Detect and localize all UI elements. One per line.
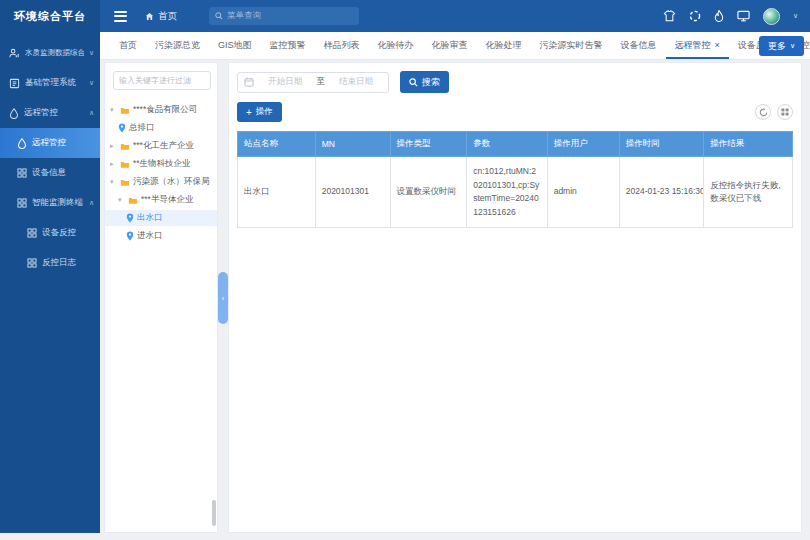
close-tab-icon[interactable]: × — [715, 40, 720, 50]
refresh-icon — [759, 108, 768, 117]
calendar-icon — [244, 77, 254, 87]
tab-home[interactable]: 首页 — [110, 32, 146, 59]
sidebar-item-device-info[interactable]: 设备信息 — [0, 158, 100, 188]
tab-sample-list[interactable]: 样品列表 — [315, 32, 369, 59]
tree-node-semiconductor[interactable]: ▾ ***半导体企业 — [105, 192, 217, 208]
tab-lab-process[interactable]: 化验处理 — [477, 32, 531, 59]
folder-icon — [120, 160, 130, 169]
search-icon — [215, 12, 223, 20]
home-shortcut[interactable]: 首页 — [145, 10, 177, 23]
app-logo: 环境综合平台 — [0, 0, 100, 32]
tab-realtime-alarm[interactable]: 污染源实时告警 — [531, 32, 612, 59]
tree-node-inflow[interactable]: 进水口 — [105, 228, 217, 244]
column-settings-button[interactable] — [777, 104, 793, 120]
column-settings-icon — [781, 108, 789, 116]
tab-lab-review[interactable]: 化验审查 — [423, 32, 477, 59]
flame-icon[interactable] — [714, 10, 724, 22]
sidebar-item-remote-control-group[interactable]: 远程管控 ∧ — [0, 98, 100, 128]
menu-search-input[interactable]: 菜单查询 — [209, 7, 359, 25]
system-icon — [9, 78, 20, 89]
main-content-panel: 开始日期 至 结束日期 搜索 + 操作 — [228, 62, 802, 533]
tree-node-company[interactable]: ▾ ****食品有限公司 — [105, 102, 217, 118]
sidebar-item-label: 远程管控 — [24, 107, 84, 119]
tree-node-label: ***半导体企业 — [141, 194, 193, 206]
tree-node-label: **生物科技企业 — [133, 158, 191, 170]
cell-site-name: 出水口 — [238, 157, 316, 228]
user-menu-chevron-icon[interactable]: ∨ — [793, 12, 798, 20]
sidebar-item-water-analysis[interactable]: 水质监测数据综合分析 ∨ — [0, 38, 100, 68]
sidebar-item-label: 远程管控 — [32, 137, 94, 149]
tab-bar: 首页 污染源总览 GIS地图 监控预警 样品列表 化验待办 化验审查 化验处理 … — [100, 32, 810, 60]
collapse-left-icon: ‹ — [222, 294, 225, 303]
monitor-icon[interactable] — [737, 10, 750, 22]
col-operation-type: 操作类型 — [390, 132, 467, 157]
end-date-input[interactable]: 结束日期 — [330, 76, 382, 88]
operate-button[interactable]: + 操作 — [237, 102, 282, 122]
date-range-picker[interactable]: 开始日期 至 结束日期 — [237, 72, 389, 93]
search-button[interactable]: 搜索 — [400, 71, 449, 93]
sidebar-item-smart-terminal[interactable]: 智能监测终端 ∧ — [0, 188, 100, 218]
folder-icon — [120, 106, 130, 115]
more-tabs-button[interactable]: 更多 ∨ — [759, 36, 804, 56]
tab-device-info[interactable]: 设备信息 — [612, 32, 666, 59]
sidebar-item-remote-control[interactable]: 远程管控 — [0, 128, 100, 158]
table-row[interactable]: 出水口 2020101301 设置数采仪时间 cn:1012,rtuMN:202… — [238, 157, 793, 228]
sidebar-item-base-system[interactable]: 基础管理系统 ∨ — [0, 68, 100, 98]
app-window: 环境综合平台 首页 菜单查询 ∨ 水质监测数据综合分析 ∨ 基础管理系统 — [0, 0, 810, 540]
user-avatar[interactable] — [763, 8, 780, 25]
panel-collapse-handle[interactable]: ‹ — [218, 272, 228, 324]
tree-node-label: ****食品有限公司 — [133, 104, 197, 116]
cell-operation-result: 反控指令执行失败,数采仪已下线 — [704, 157, 793, 228]
col-params: 参数 — [467, 132, 547, 157]
cell-mn: 2020101301 — [315, 157, 390, 228]
home-icon — [145, 12, 154, 21]
chevron-down-icon: ∨ — [790, 42, 795, 50]
table-header-row: 站点名称 MN 操作类型 参数 操作用户 操作时间 操作结果 — [238, 132, 793, 157]
tree-filter-input[interactable] — [113, 71, 211, 90]
tab-remote-control-active[interactable]: 远程管控× — [666, 32, 729, 59]
folder-icon — [120, 178, 130, 187]
sidebar-item-device-reverse[interactable]: 设备反控 — [0, 218, 100, 248]
tree-scrollbar[interactable] — [212, 500, 216, 526]
fullscreen-icon[interactable] — [689, 10, 701, 22]
hamburger-menu-icon[interactable] — [114, 11, 127, 22]
folder-icon — [128, 196, 138, 205]
tree-node-chem-company[interactable]: ▸ ***化工生产企业 — [105, 138, 217, 154]
caret-down-icon[interactable]: ▾ — [110, 106, 117, 114]
tree-node-outflow-selected[interactable]: 出水口 — [105, 210, 217, 226]
search-icon — [409, 78, 418, 87]
droplet-icon — [17, 138, 27, 149]
tree-node-label: 总排口 — [129, 122, 155, 134]
tab-pollution-overview[interactable]: 污染源总览 — [146, 32, 209, 59]
sidebar-item-label: 基础管理系统 — [25, 77, 84, 89]
tree-node-outlet[interactable]: 总排口 — [105, 120, 217, 136]
menu-search-placeholder: 菜单查询 — [227, 10, 261, 22]
site-tree-panel: ▾ ****食品有限公司 总排口 ▸ ***化工生产企业 ▸ **生物科技企业 … — [104, 62, 218, 533]
caret-down-icon[interactable]: ▾ — [110, 178, 117, 186]
sidebar-item-label: 反控日志 — [42, 257, 94, 269]
droplet-icon — [9, 108, 19, 119]
sidebar-item-label: 水质监测数据综合分析 — [25, 48, 84, 58]
sidebar-nav: 水质监测数据综合分析 ∨ 基础管理系统 ∨ 远程管控 ∧ 远程管控 设备信息 智… — [0, 32, 100, 533]
tree-node-bio-company[interactable]: ▸ **生物科技企业 — [105, 156, 217, 172]
cell-operation-time: 2024-01-23 15:16:30 — [619, 157, 703, 228]
chevron-up-icon: ∧ — [89, 109, 94, 117]
start-date-input[interactable]: 开始日期 — [259, 76, 311, 88]
chevron-up-icon: ∧ — [89, 199, 94, 207]
home-label: 首页 — [158, 10, 177, 23]
tab-lab-todo[interactable]: 化验待办 — [369, 32, 423, 59]
tab-gis-map[interactable]: GIS地图 — [209, 32, 261, 59]
sidebar-item-label: 智能监测终端 — [32, 197, 84, 209]
refresh-button[interactable] — [755, 104, 771, 120]
cell-operation-type: 设置数采仪时间 — [390, 157, 467, 228]
caret-right-icon[interactable]: ▸ — [110, 142, 117, 150]
sidebar-item-reverse-log[interactable]: 反控日志 — [0, 248, 100, 278]
tree-node-label: 污染源（水）环保局 — [133, 176, 210, 188]
caret-down-icon[interactable]: ▾ — [118, 196, 125, 204]
tab-monitor-warning[interactable]: 监控预警 — [261, 32, 315, 59]
cell-params: cn:1012,rtuMN:2020101301,cp:SystemTime=2… — [467, 157, 547, 228]
theme-shirt-icon[interactable] — [663, 10, 676, 22]
tree-node-label: 进水口 — [137, 230, 163, 242]
caret-right-icon[interactable]: ▸ — [110, 160, 117, 168]
tree-node-epa-bureau[interactable]: ▾ 污染源（水）环保局 — [105, 174, 217, 190]
